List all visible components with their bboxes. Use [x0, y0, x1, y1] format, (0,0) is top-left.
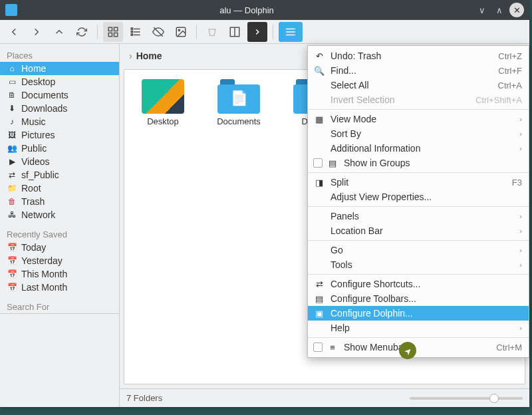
configure-icon: ▣: [313, 309, 325, 319]
menu-separator: [308, 274, 529, 275]
network-icon: 🖧: [7, 210, 17, 219]
svg-rect-3: [114, 33, 118, 36]
menu-configure-shortcuts[interactable]: ⇄Configure Shortcuts...: [308, 277, 529, 291]
sidebar-item-desktop[interactable]: ▭Desktop: [0, 75, 119, 88]
submenu-arrow-icon: ›: [519, 115, 522, 123]
refresh-button[interactable]: [72, 22, 92, 42]
menu-select-all[interactable]: Select AllCtrl+A: [308, 78, 529, 92]
checkbox-icon[interactable]: [313, 158, 323, 168]
sidebar-item-music[interactable]: ♪Music: [0, 115, 119, 128]
calendar-icon: 📅: [7, 243, 17, 252]
split-button[interactable]: [225, 22, 245, 42]
public-icon: 👥: [7, 144, 17, 153]
sidebar-item-today[interactable]: 📅Today: [0, 241, 119, 254]
sidebar-item-trash[interactable]: 🗑Trash: [0, 195, 119, 208]
svg-rect-1: [114, 27, 118, 31]
close-button[interactable]: ✕: [509, 3, 524, 17]
shortcuts-icon: ⇄: [313, 279, 325, 289]
menu-button[interactable]: [279, 22, 303, 42]
separator: [196, 25, 197, 39]
sidebar-item-sf-public[interactable]: ⇄sf_Public: [0, 168, 119, 182]
minimize-button[interactable]: ∨: [475, 3, 489, 17]
menu-undo[interactable]: ↶Undo: TrashCtrl+Z: [308, 49, 529, 63]
menu-sort-by[interactable]: Sort By›: [308, 126, 529, 141]
folder-desktop[interactable]: Desktop: [131, 79, 195, 126]
menu-additional-info[interactable]: Additional Information›: [308, 141, 529, 156]
home-icon: ⌂: [7, 64, 17, 73]
desktop-folder-icon: [142, 79, 184, 114]
maximize-button[interactable]: ∧: [492, 3, 507, 17]
menu-configure-toolbars[interactable]: ▤Configure Toolbars...: [308, 291, 529, 306]
zoom-slider[interactable]: [410, 397, 523, 400]
icons-view-button[interactable]: [103, 22, 123, 42]
slider-knob[interactable]: [489, 394, 499, 403]
app-icon: [5, 4, 17, 16]
menu-find[interactable]: 🔍Find...Ctrl+F: [308, 63, 529, 78]
menu-panels[interactable]: Panels›: [308, 209, 529, 223]
submenu-arrow-icon: ›: [519, 261, 522, 269]
recent-header: Recently Saved: [0, 227, 119, 241]
svg-rect-7: [131, 28, 132, 29]
sidebar-item-last-month[interactable]: 📅Last Month: [0, 281, 119, 294]
menubar-icon: ≡: [327, 343, 338, 352]
submenu-arrow-icon: ›: [519, 227, 522, 235]
undo-icon: ↶: [313, 51, 325, 61]
menu-go[interactable]: Go›: [308, 243, 529, 257]
forward-button[interactable]: [27, 22, 47, 42]
trash-button[interactable]: [202, 22, 222, 42]
menu-location-bar[interactable]: Location Bar›: [308, 223, 529, 238]
calendar-icon: 📅: [7, 283, 17, 292]
submenu-arrow-icon: ›: [519, 130, 522, 138]
toolbars-icon: ▤: [313, 294, 325, 304]
menu-show-groups[interactable]: ▤Show in Groups: [308, 156, 529, 170]
checkbox-icon[interactable]: [313, 343, 323, 352]
sidebar-item-root[interactable]: 📁Root: [0, 182, 119, 195]
sidebar-item-pictures[interactable]: 🖼Pictures: [0, 128, 119, 142]
statusbar: 7 Folders: [120, 388, 529, 407]
menu-view-mode[interactable]: ▦View Mode›: [308, 112, 529, 126]
svg-rect-0: [108, 27, 112, 31]
separator: [273, 25, 273, 39]
menu-separator: [308, 240, 529, 241]
back-button[interactable]: [4, 22, 24, 42]
menu-show-menubar[interactable]: ≡Show MenubarCtrl+M: [308, 340, 529, 354]
desktop-icon: ▭: [7, 77, 17, 86]
submenu-arrow-icon: ›: [519, 144, 522, 152]
folder-documents[interactable]: 📄 Documents: [207, 79, 271, 126]
terminal-button[interactable]: [247, 22, 267, 42]
sidebar-item-videos[interactable]: ▶Videos: [0, 155, 119, 168]
menu-configure-dolphin[interactable]: ▣Configure Dolphin...: [308, 306, 529, 321]
sidebar-item-public[interactable]: 👥Public: [0, 142, 119, 155]
status-count: 7 Folders: [126, 393, 162, 403]
sidebar-item-home[interactable]: ⌂Home: [0, 62, 119, 75]
breadcrumb-home[interactable]: Home: [136, 51, 162, 61]
submenu-arrow-icon: ›: [519, 212, 522, 220]
hamburger-menu: ↶Undo: TrashCtrl+Z 🔍Find...Ctrl+F Select…: [307, 45, 529, 358]
submenu-arrow-icon: ›: [519, 246, 522, 254]
sidebar-item-network[interactable]: 🖧Network: [0, 208, 119, 221]
root-icon: 📁: [7, 184, 17, 193]
menu-help[interactable]: Help›: [308, 321, 529, 335]
menu-separator: [308, 337, 529, 338]
sidebar-item-this-month[interactable]: 📅This Month: [0, 267, 119, 281]
search-icon: 🔍: [313, 66, 325, 76]
groups-icon: ▤: [327, 158, 338, 168]
image-button[interactable]: [171, 22, 191, 42]
videos-icon: ▶: [7, 157, 17, 166]
menu-split[interactable]: ◨SplitF3: [308, 175, 529, 190]
titlebar: alu — Dolphin ∨ ∧ ✕: [0, 0, 529, 20]
places-header: Places: [0, 48, 119, 62]
up-button[interactable]: [49, 22, 69, 42]
menu-tools[interactable]: Tools›: [308, 257, 529, 272]
sidebar-item-documents[interactable]: 🗎Documents: [0, 88, 119, 102]
music-icon: ♪: [7, 117, 17, 126]
submenu-arrow-icon: ›: [519, 324, 522, 332]
compact-view-button[interactable]: [126, 22, 146, 42]
menu-adjust-view[interactable]: Adjust View Properties...: [308, 190, 529, 204]
sidebar-item-yesterday[interactable]: 📅Yesterday: [0, 254, 119, 267]
preview-button[interactable]: [148, 22, 168, 42]
menu-separator: [308, 109, 529, 110]
sidebar-item-downloads[interactable]: ⬇Downloads: [0, 102, 119, 115]
menu-separator: [308, 172, 529, 173]
menu-separator: [308, 206, 529, 207]
